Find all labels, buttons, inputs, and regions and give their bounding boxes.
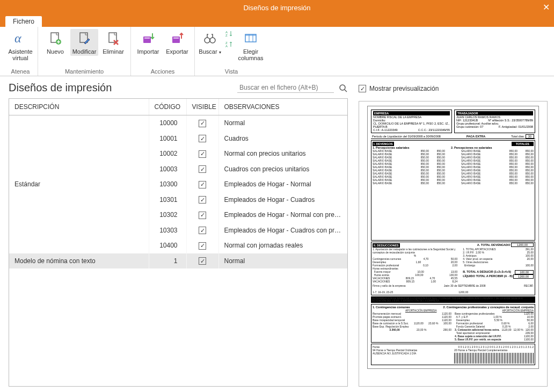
new-file-icon	[47, 30, 64, 47]
svg-rect-6	[144, 38, 150, 39]
svg-point-10	[210, 38, 215, 43]
svg-rect-5	[143, 37, 151, 43]
columns-icon	[242, 30, 259, 47]
preview-label: Mostrar previsualización	[369, 85, 439, 92]
svg-text:A: A	[225, 45, 228, 48]
exportar-button[interactable]: Exportar	[163, 29, 191, 56]
svg-rect-8	[173, 38, 179, 39]
titlebar: Diseños de impresión ✕	[0, 0, 554, 15]
nuevo-button[interactable]: Nuevo	[41, 29, 69, 56]
col-header-obs[interactable]: OBSERVACIONES	[218, 99, 347, 115]
binoculars-icon	[201, 30, 218, 47]
col-header-visible[interactable]: VISIBLE	[186, 99, 218, 115]
svg-text:Z: Z	[225, 34, 228, 37]
svg-line-20	[345, 90, 347, 92]
close-icon[interactable]: ✕	[543, 2, 550, 12]
table-row[interactable]: Estándar10000Normal	[9, 115, 347, 131]
asistente-virtual-button[interactable]: α Asistente virtual	[6, 29, 34, 62]
group-name-cell: Estándar	[9, 115, 149, 253]
window-title: Diseños de impresión	[243, 4, 310, 12]
col-header-code[interactable]: CÓDIGO	[149, 99, 186, 115]
visible-checkbox[interactable]	[199, 120, 206, 127]
alpha-icon: α	[12, 30, 29, 47]
search-input[interactable]	[237, 83, 334, 93]
visible-checkbox[interactable]	[199, 150, 206, 158]
visible-checkbox[interactable]	[199, 165, 206, 173]
svg-point-9	[205, 38, 210, 43]
preview-panel: EMPRESA NOMBRE FISCAL DE LA EMPRESA Domi…	[359, 101, 548, 387]
tab-strip: Fichero	[0, 15, 554, 27]
visible-checkbox[interactable]	[199, 135, 206, 142]
importar-button[interactable]: Importar	[134, 29, 162, 56]
group-name-cell: Modelo de nómina con texto	[9, 253, 149, 269]
col-header-desc[interactable]: DESCRIPCIÓN	[9, 99, 149, 115]
svg-point-19	[340, 85, 345, 90]
svg-text:α: α	[14, 31, 21, 45]
export-icon	[169, 30, 186, 47]
visible-checkbox[interactable]	[199, 242, 206, 250]
payslip-preview: EMPRESA NOMBRE FISCAL DE LA EMPRESA Domi…	[367, 106, 539, 369]
eliminar-button[interactable]: Eliminar	[99, 29, 127, 56]
buscar-button[interactable]: Buscar ▾	[198, 29, 222, 62]
sort-desc-button[interactable]: ZA	[224, 40, 236, 49]
visible-checkbox[interactable]	[199, 227, 206, 234]
visible-checkbox[interactable]	[199, 257, 206, 265]
modificar-button[interactable]: Modificar	[70, 29, 98, 56]
visible-checkbox[interactable]	[199, 212, 206, 219]
visible-checkbox[interactable]	[199, 196, 206, 204]
page-title: Diseños de impresión	[9, 82, 112, 94]
svg-rect-18	[245, 34, 256, 36]
sort-asc-button[interactable]: AZ	[224, 29, 236, 39]
elegir-columnas-button[interactable]: Elegir columnas	[237, 29, 265, 62]
svg-rect-7	[172, 37, 180, 43]
chevron-down-icon: ▾	[219, 50, 221, 55]
edit-file-icon	[76, 30, 93, 47]
ribbon: α Asistente virtual Atenea Nuevo Modific…	[0, 27, 554, 76]
visible-checkbox[interactable]	[199, 181, 206, 188]
delete-file-icon	[105, 30, 122, 47]
search-icon[interactable]	[338, 83, 348, 93]
preview-checkbox[interactable]	[359, 85, 366, 92]
tab-fichero[interactable]: Fichero	[5, 16, 42, 27]
designs-table: DESCRIPCIÓN CÓDIGO VISIBLE OBSERVACIONES…	[9, 99, 347, 268]
import-icon	[140, 30, 157, 47]
table-row[interactable]: Modelo de nómina con texto1Normal	[9, 253, 347, 269]
